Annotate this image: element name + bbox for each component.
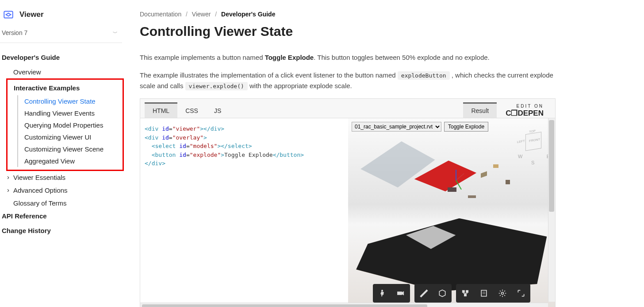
tab-css[interactable]: CSS xyxy=(177,102,206,118)
code-tabs: HTML CSS JS xyxy=(140,99,234,118)
sidebar: Viewer Version 7 ﹀ Developer's Guide Ove… xyxy=(0,0,124,307)
version-label: Version 7 xyxy=(2,29,27,36)
bold-text: Toggle Explode xyxy=(265,54,314,61)
scene-debris xyxy=(468,195,476,198)
svg-rect-5 xyxy=(464,294,467,296)
svg-point-1 xyxy=(381,290,383,291)
subnav-controlling-viewer-state[interactable]: Controlling Viewer State xyxy=(18,95,123,107)
walk-icon[interactable] xyxy=(376,287,389,300)
properties-icon[interactable] xyxy=(477,287,491,300)
sidebar-title: Viewer xyxy=(19,10,44,19)
scene-ground xyxy=(352,218,547,291)
nav-change-history[interactable]: Change History xyxy=(0,224,124,239)
subnav-handling-viewer-events[interactable]: Handling Viewer Events xyxy=(18,107,123,119)
viewer-icon xyxy=(3,9,14,20)
edit-on-label: EDIT ON xyxy=(506,104,544,109)
nav-glossary[interactable]: Glossary of Terms xyxy=(0,197,124,210)
main-content: Documentation / Viewer / Developer's Gui… xyxy=(124,0,644,307)
text: with the appropriate explode scale. xyxy=(248,82,352,89)
compass-s: S xyxy=(531,160,534,165)
inline-code: explodeButton xyxy=(398,71,450,80)
explode-icon[interactable] xyxy=(436,287,449,300)
scrollbar-vertical[interactable] xyxy=(548,118,555,302)
model-browser-icon[interactable] xyxy=(459,287,472,300)
subnav-list: Controlling Viewer State Handling Viewer… xyxy=(17,95,123,167)
breadcrumb-sep: / xyxy=(186,11,188,18)
cube-face-front[interactable]: FRONT xyxy=(529,137,540,143)
fullscreen-icon[interactable] xyxy=(514,287,528,300)
codepen-logo: C❒DEPEN xyxy=(506,109,544,118)
toggle-explode-button[interactable]: Toggle Explode xyxy=(444,122,488,132)
axes-gizmo xyxy=(456,164,472,180)
text: This example implements a button named xyxy=(140,54,265,61)
text: . This button toggles between 50% explod… xyxy=(314,54,490,61)
result-pane[interactable]: 01_rac_basic_sample_project.rvt Toggle E… xyxy=(348,118,555,307)
nav-overview[interactable]: Overview xyxy=(0,66,124,78)
intro-para-1: This example implements a button named T… xyxy=(140,52,556,63)
view-cube[interactable]: TOP FRONT LEFT xyxy=(518,131,549,157)
nav-interactive-examples[interactable]: Interactive Examples xyxy=(8,82,123,95)
settings-icon[interactable] xyxy=(496,287,509,300)
scene-debris xyxy=(506,180,510,184)
compass[interactable]: S xyxy=(518,154,550,165)
model-select[interactable]: 01_rac_basic_sample_project.rvt xyxy=(352,122,441,132)
tab-js[interactable]: JS xyxy=(206,102,229,118)
svg-rect-3 xyxy=(462,290,464,292)
crumb-documentation[interactable]: Documentation xyxy=(140,11,181,18)
nav-advanced-options[interactable]: Advanced Options xyxy=(0,184,124,197)
code-pane[interactable]: <div id="viewer"></div> <div id="overlay… xyxy=(140,118,348,307)
version-select[interactable]: Version 7 ﹀ xyxy=(0,29,122,43)
scrollbar-thumb[interactable] xyxy=(549,120,554,212)
breadcrumb: Documentation / Viewer / Developer's Gui… xyxy=(140,11,635,18)
scene-debris xyxy=(493,164,498,168)
crumb-viewer[interactable]: Viewer xyxy=(192,11,211,18)
nav-list: Overview xyxy=(0,66,124,78)
intro-para-2: The example illustrates the implementati… xyxy=(140,70,556,91)
highlighted-section: Interactive Examples Controlling Viewer … xyxy=(6,78,124,171)
result-overlay: 01_rac_basic_sample_project.rvt Toggle E… xyxy=(352,122,488,132)
nav-api-reference[interactable]: API Reference xyxy=(0,210,124,224)
tab-html[interactable]: HTML xyxy=(145,102,177,118)
nav-section-dev-guide[interactable]: Developer's Guide xyxy=(0,51,124,66)
subnav-querying-model-properties[interactable]: Querying Model Properties xyxy=(18,119,123,131)
svg-point-9 xyxy=(502,292,504,295)
scene-debris xyxy=(481,171,487,178)
cube-face-left[interactable]: LEFT xyxy=(517,139,525,144)
scrollbar-thumb[interactable] xyxy=(142,304,427,307)
svg-rect-2 xyxy=(398,292,402,295)
svg-rect-4 xyxy=(466,290,468,292)
svg-rect-6 xyxy=(481,290,487,296)
subnav-customizing-viewer-scene[interactable]: Customizing Viewer Scene xyxy=(18,143,123,155)
sidebar-header: Viewer xyxy=(0,9,124,20)
chevron-down-icon: ﹀ xyxy=(113,30,118,36)
panel-body: <div id="viewer"></div> <div id="overlay… xyxy=(140,118,555,307)
scrollbar-horizontal[interactable] xyxy=(140,303,548,307)
breadcrumb-sep: / xyxy=(215,11,217,18)
codepen-panel: HTML CSS JS Result EDIT ON C❒DEPEN <div … xyxy=(140,98,556,307)
inline-code: viewer.explode() xyxy=(185,82,248,90)
tab-result[interactable]: Result xyxy=(463,102,497,118)
subnav-aggregated-view[interactable]: Aggregated View xyxy=(18,155,123,167)
scene-debris xyxy=(448,187,456,192)
subnav-customizing-viewer-ui[interactable]: Customizing Viewer UI xyxy=(18,131,123,143)
camera-icon[interactable] xyxy=(394,287,407,300)
panel-tabbar: HTML CSS JS Result EDIT ON C❒DEPEN xyxy=(140,99,555,118)
nav-list-lower: Viewer Essentials Advanced Options Gloss… xyxy=(0,171,124,210)
cube-face-top[interactable]: TOP xyxy=(529,129,536,134)
crumb-current: Developer's Guide xyxy=(221,11,275,18)
measure-icon[interactable] xyxy=(417,287,430,300)
viewer-toolbar xyxy=(373,284,530,303)
edit-on-codepen[interactable]: EDIT ON C❒DEPEN xyxy=(506,102,551,118)
nav-viewer-essentials[interactable]: Viewer Essentials xyxy=(0,171,124,184)
text: The example illustrates the implementati… xyxy=(140,71,398,79)
page-title: Controlling Viewer State xyxy=(140,24,635,39)
